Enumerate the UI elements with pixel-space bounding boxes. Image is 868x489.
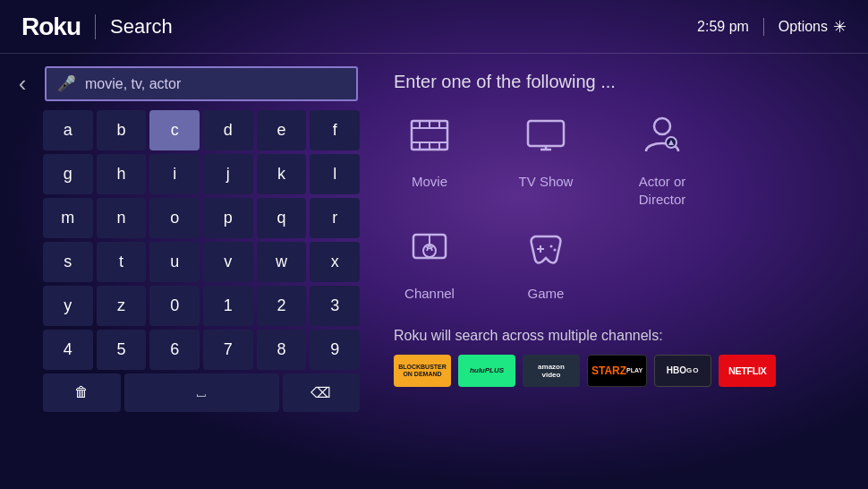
enter-heading: Enter one of the following ... <box>394 72 841 92</box>
key-m[interactable]: m <box>43 198 93 238</box>
svg-point-21 <box>554 249 557 252</box>
svg-point-20 <box>550 245 553 248</box>
key-5[interactable]: 5 <box>97 330 147 370</box>
key-4[interactable]: 4 <box>43 330 93 370</box>
header-right: 2:59 pm Options ✳ <box>697 17 847 37</box>
channel-label: Channel <box>404 285 455 303</box>
channels-heading: Roku will search across multiple channel… <box>394 328 841 344</box>
options-button[interactable]: Options ✳ <box>779 17 847 37</box>
hbo-logo: HBO GO <box>654 355 711 387</box>
key-3[interactable]: 3 <box>310 286 360 326</box>
header-divider2 <box>763 18 764 36</box>
svg-point-16 <box>423 244 436 257</box>
key-b[interactable]: b <box>97 110 147 150</box>
key-7[interactable]: 7 <box>203 330 253 370</box>
hulu-logo: hulu PLUS <box>458 355 515 387</box>
key-g[interactable]: g <box>43 154 93 194</box>
page-title: Search <box>110 15 173 39</box>
actor-icon <box>641 114 684 166</box>
key-t[interactable]: t <box>97 242 147 282</box>
key-e[interactable]: e <box>257 110 307 150</box>
key-o[interactable]: o <box>149 198 200 238</box>
key-c[interactable]: c <box>149 110 200 150</box>
category-channel[interactable]: Channel <box>394 226 465 303</box>
keyboard-bottom-row: 🗑 ⎵ ⌫ <box>43 373 360 412</box>
blockbuster-logo: BLOCKBUSTERON DEMAND <box>394 355 451 387</box>
keyboard-wrapper: abcdefghijklmnopqrstuvwxyz0123456789 🗑 ⎵… <box>0 110 367 419</box>
channel-icon <box>408 226 451 278</box>
left-panel: ‹ 🎤 movie, tv, actor abcdefghijklmnopqrs… <box>0 54 367 489</box>
key-f[interactable]: f <box>310 110 360 150</box>
category-movie[interactable]: Movie <box>394 114 465 191</box>
channel-logos: BLOCKBUSTERON DEMAND hulu PLUS amazonvid… <box>394 355 841 387</box>
game-icon <box>524 226 567 278</box>
key-6[interactable]: 6 <box>149 330 200 370</box>
key-s[interactable]: s <box>43 242 93 282</box>
key-z[interactable]: z <box>97 286 147 326</box>
key-l[interactable]: l <box>310 154 360 194</box>
tv-label: TV Show <box>519 173 574 191</box>
key-y[interactable]: y <box>43 286 93 326</box>
options-label: Options <box>779 19 828 35</box>
delete-key[interactable]: 🗑 <box>43 373 121 412</box>
keyboard-grid: abcdefghijklmnopqrstuvwxyz0123456789 <box>43 110 360 370</box>
starz-logo: STARZ PLAY <box>587 355 647 387</box>
key-j[interactable]: j <box>203 154 253 194</box>
right-panel: Enter one of the following ... <box>367 54 868 489</box>
key-p[interactable]: p <box>203 198 253 238</box>
key-w[interactable]: w <box>257 242 307 282</box>
asterisk-icon: ✳ <box>833 17 847 37</box>
key-q[interactable]: q <box>257 198 307 238</box>
categories-row-2: Channel Game <box>394 226 841 303</box>
actor-label: Actor orDirector <box>639 173 686 208</box>
netflix-logo: NETFLIX <box>719 355 776 387</box>
svg-rect-9 <box>528 121 564 146</box>
movie-icon <box>408 114 451 166</box>
category-tv[interactable]: TV Show <box>510 114 582 191</box>
key-h[interactable]: h <box>97 154 147 194</box>
key-8[interactable]: 8 <box>257 330 307 370</box>
key-1[interactable]: 1 <box>203 286 253 326</box>
key-u[interactable]: u <box>149 242 200 282</box>
search-row: ‹ 🎤 movie, tv, actor <box>0 54 367 110</box>
mic-icon[interactable]: 🎤 <box>57 74 76 93</box>
key-0[interactable]: 0 <box>149 286 200 326</box>
key-r[interactable]: r <box>310 198 360 238</box>
categories: Movie TV Show <box>394 114 841 303</box>
key-k[interactable]: k <box>257 154 307 194</box>
key-2[interactable]: 2 <box>257 286 307 326</box>
categories-row-1: Movie TV Show <box>394 114 841 208</box>
category-actor[interactable]: Actor orDirector <box>626 114 698 208</box>
search-input-box[interactable]: 🎤 movie, tv, actor <box>45 66 358 101</box>
key-a[interactable]: a <box>43 110 93 150</box>
channels-section: Roku will search across multiple channel… <box>394 328 841 387</box>
svg-point-12 <box>654 118 670 134</box>
movie-label: Movie <box>412 173 447 191</box>
tv-icon <box>524 114 567 166</box>
key-n[interactable]: n <box>97 198 147 238</box>
back-button[interactable]: ‹ <box>9 70 36 98</box>
roku-logo: Roku <box>21 13 81 41</box>
search-value: movie, tv, actor <box>85 76 181 92</box>
game-label: Game <box>528 285 565 303</box>
key-v[interactable]: v <box>203 242 253 282</box>
backspace-key[interactable]: ⌫ <box>283 373 361 412</box>
space-key[interactable]: ⎵ <box>124 373 279 412</box>
header-divider <box>95 14 96 39</box>
main-content: ‹ 🎤 movie, tv, actor abcdefghijklmnopqrs… <box>0 54 868 489</box>
key-i[interactable]: i <box>149 154 200 194</box>
header: Roku Search 2:59 pm Options ✳ <box>0 0 868 54</box>
key-x[interactable]: x <box>310 242 360 282</box>
category-game[interactable]: Game <box>510 226 582 303</box>
key-9[interactable]: 9 <box>310 330 360 370</box>
key-d[interactable]: d <box>203 110 253 150</box>
clock: 2:59 pm <box>697 19 749 35</box>
amazon-logo: amazonvideo <box>523 355 580 387</box>
